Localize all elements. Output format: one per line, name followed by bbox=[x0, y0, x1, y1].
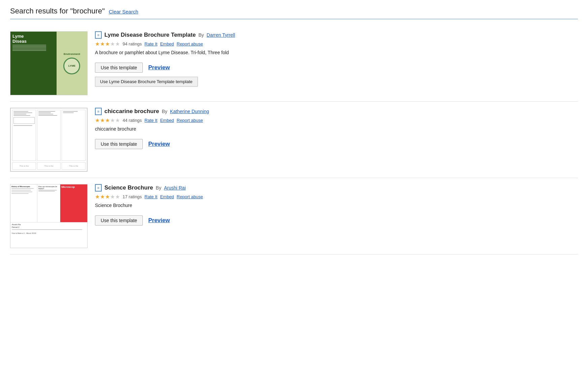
star-1: ★ bbox=[95, 117, 100, 124]
thumb-line bbox=[12, 46, 46, 47]
rating-count-science: 17 ratings bbox=[123, 194, 142, 199]
chi-line bbox=[13, 111, 28, 112]
thumb-chi-col2 bbox=[37, 110, 61, 161]
sci-line bbox=[38, 190, 57, 191]
star-3: ★ bbox=[105, 194, 110, 200]
thumb-sci-help: How can microscopes be helpful? bbox=[38, 185, 59, 190]
result-item: History of Microscopes How can microscop… bbox=[10, 178, 578, 254]
thumb-lyme-env: Environment bbox=[64, 53, 80, 56]
thumb-sci-period: Period 2 bbox=[12, 226, 86, 228]
thumb-line bbox=[12, 50, 46, 51]
info-section-science: Science Brochure By Arushi Rai ★ ★ ★ ★ ★… bbox=[95, 184, 578, 226]
thumb-science-graphic: History of Microscopes How can microscop… bbox=[10, 184, 87, 248]
chi-box bbox=[13, 117, 35, 124]
title-row-science: Science Brochure By Arushi Rai bbox=[95, 184, 578, 192]
action-buttons-lyme: Use this template Preview Use Lyme Disea… bbox=[95, 63, 578, 73]
sci-line bbox=[12, 229, 82, 230]
doc-icon-chiccarine bbox=[95, 108, 102, 115]
item-title-chiccarine: chiccarine brochure bbox=[104, 108, 159, 115]
stars-lyme: ★ ★ ★ ★ ★ bbox=[95, 41, 120, 47]
sci-line bbox=[11, 188, 34, 189]
thumb-line bbox=[12, 49, 46, 49]
star-3: ★ bbox=[105, 41, 110, 47]
item-author-lyme[interactable]: Darren Tyrrell bbox=[207, 32, 235, 38]
doc-icon-science bbox=[95, 184, 102, 192]
star-1: ★ bbox=[95, 194, 100, 200]
chi-line bbox=[63, 111, 78, 112]
thumb-lyme-title-text: LymeDiseas bbox=[12, 34, 55, 44]
chi-line bbox=[13, 115, 30, 116]
chi-line bbox=[38, 111, 55, 112]
stars-chiccarine: ★ ★ ★ ★ ★ bbox=[95, 117, 120, 124]
thumb-line bbox=[12, 45, 46, 45]
star-5: ★ bbox=[115, 41, 120, 47]
star-5: ★ bbox=[115, 117, 120, 124]
title-row-chiccarine: chiccarine brochure By Katherine Dunning bbox=[95, 108, 578, 115]
chi-line bbox=[13, 125, 32, 126]
star-3: ★ bbox=[105, 117, 110, 124]
use-template-button-lyme[interactable]: Use this template bbox=[95, 63, 143, 73]
chi-bottom-2: This is the bbox=[37, 162, 61, 170]
star-1: ★ bbox=[95, 41, 100, 47]
info-section-lyme: Lyme Disease Brochure Template By Darren… bbox=[95, 31, 578, 73]
header-divider bbox=[10, 19, 578, 19]
thumb-sci-bottom: Arushi Ra Period 2 How to Make a V... Mo… bbox=[10, 222, 87, 248]
thumb-lyme-circle: LYME bbox=[63, 58, 80, 74]
item-by-science: By bbox=[156, 185, 161, 191]
rating-row-chiccarine: ★ ★ ★ ★ ★ 44 ratings Rate It Embed Repor… bbox=[95, 117, 578, 124]
thumb-sci-col3: Microscop bbox=[60, 184, 87, 222]
preview-link-science[interactable]: Preview bbox=[148, 217, 170, 224]
thumb-lyme-graphic: LymeDiseas Environment LYME bbox=[10, 32, 87, 95]
item-description-science: Science Brochure bbox=[95, 203, 578, 208]
star-4: ★ bbox=[110, 41, 115, 47]
star-2: ★ bbox=[100, 41, 105, 47]
use-template-button-science[interactable]: Use this template bbox=[95, 215, 143, 226]
chi-line bbox=[13, 114, 26, 114]
thumb-lyme-circle-text: LYME bbox=[68, 64, 76, 67]
tooltip-lyme: Use Lyme Disease Brochure Template templ… bbox=[95, 77, 198, 87]
report-abuse-chiccarine[interactable]: Report abuse bbox=[177, 118, 203, 123]
report-abuse-lyme[interactable]: Report abuse bbox=[177, 41, 203, 46]
star-4: ★ bbox=[110, 117, 115, 124]
thumb-chi-top bbox=[12, 110, 86, 161]
chi-line bbox=[63, 112, 73, 113]
thumb-chi-col3 bbox=[62, 110, 86, 161]
thumb-lyme-left: LymeDiseas bbox=[10, 32, 57, 95]
thumb-sci-col1: History of Microscopes bbox=[10, 184, 37, 222]
doc-icon-lyme bbox=[95, 31, 102, 39]
star-4: ★ bbox=[110, 194, 115, 200]
info-section-chiccarine: chiccarine brochure By Katherine Dunning… bbox=[95, 108, 578, 149]
use-template-button-chiccarine[interactable]: Use this template bbox=[95, 139, 143, 149]
item-title-science: Science Brochure bbox=[104, 184, 153, 191]
embed-lyme[interactable]: Embed bbox=[160, 41, 174, 46]
chi-line bbox=[38, 115, 57, 116]
thumb-sci-header: History of Microscopes bbox=[11, 185, 36, 187]
rate-it-lyme[interactable]: Rate It bbox=[144, 41, 157, 46]
item-author-chiccarine[interactable]: Katherine Dunning bbox=[170, 109, 209, 114]
item-title-lyme: Lyme Disease Brochure Template bbox=[104, 32, 196, 38]
clear-search-link[interactable]: Clear Search bbox=[109, 9, 138, 14]
rate-it-science[interactable]: Rate It bbox=[144, 194, 157, 199]
stars-science: ★ ★ ★ ★ ★ bbox=[95, 194, 120, 200]
item-description-lyme: A brochure or pamphlet about Lyme Diseas… bbox=[95, 50, 578, 55]
search-title: Search results for "brochure" bbox=[10, 7, 105, 15]
item-author-science[interactable]: Arushi Rai bbox=[164, 185, 186, 191]
thumb-sci-top: History of Microscopes How can microscop… bbox=[10, 184, 87, 222]
star-2: ★ bbox=[100, 117, 105, 124]
item-description-chiccarine: chiccarine brochure bbox=[95, 126, 578, 132]
rating-row-lyme: ★ ★ ★ ★ ★ 94 ratings Rate It Embed Repor… bbox=[95, 41, 578, 47]
search-header: Search results for "brochure" Clear Sear… bbox=[10, 7, 578, 15]
thumb-chi-bottom: This is the This is the This is the bbox=[12, 162, 86, 170]
preview-link-lyme[interactable]: Preview bbox=[148, 64, 170, 71]
chi-bottom-1: This is the bbox=[12, 162, 36, 170]
rating-row-science: ★ ★ ★ ★ ★ 17 ratings Rate It Embed Repor… bbox=[95, 194, 578, 200]
embed-science[interactable]: Embed bbox=[160, 194, 174, 199]
thumb-sci-col2: How can microscopes be helpful? bbox=[37, 184, 60, 222]
embed-chiccarine[interactable]: Embed bbox=[160, 118, 174, 123]
rate-it-chiccarine[interactable]: Rate It bbox=[144, 118, 157, 123]
chi-line bbox=[38, 112, 51, 113]
report-abuse-science[interactable]: Report abuse bbox=[177, 194, 203, 199]
title-row-lyme: Lyme Disease Brochure Template By Darren… bbox=[95, 31, 578, 39]
preview-link-chiccarine[interactable]: Preview bbox=[148, 141, 170, 147]
thumb-line bbox=[12, 47, 46, 48]
